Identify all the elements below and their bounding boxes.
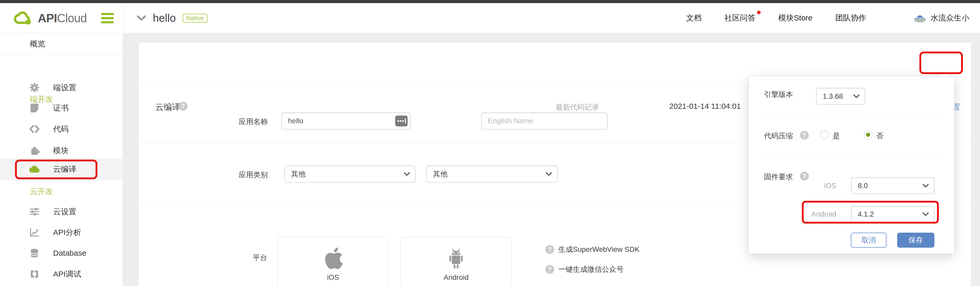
- sidebar-item-cloud-settings[interactable]: 云设置: [0, 201, 123, 222]
- chevron-down-icon: [923, 212, 929, 216]
- ios-version-label: iOS: [813, 181, 836, 190]
- chevron-down-icon: [546, 172, 552, 176]
- compress-no-label: 否: [876, 131, 883, 141]
- database-icon: [29, 248, 40, 259]
- compress-no-radio[interactable]: [864, 130, 872, 139]
- code-icon: [29, 124, 40, 135]
- chevron-down-icon: [853, 94, 859, 98]
- sidebar-item-code[interactable]: 代码: [0, 119, 123, 139]
- english-name-field: [481, 113, 608, 130]
- save-button[interactable]: 保存: [897, 233, 934, 248]
- nav-module-store[interactable]: 模块Store: [778, 13, 813, 23]
- chevron-down-icon: [137, 15, 146, 21]
- wechat-link[interactable]: 一键生成微信公众号: [546, 264, 624, 274]
- sliders-icon: [29, 206, 40, 217]
- android-version-label: Android: [803, 210, 836, 218]
- question-icon: [546, 265, 554, 274]
- ios-version-select[interactable]: 8.0: [851, 177, 934, 194]
- native-badge: Native: [183, 14, 207, 22]
- advanced-settings-popup: 引擎版本 1.3.68 代码压缩 是 否 固件要求 iOS 8.0 Androi…: [748, 76, 955, 254]
- latest-code-time: 2021-01-14 11:04:01: [669, 102, 741, 111]
- app-name-input[interactable]: [282, 113, 410, 129]
- app-header: APICloud hello Native 文档 社区问答 模块Store 团队…: [0, 3, 980, 33]
- hamburger-menu-icon[interactable]: [101, 11, 114, 25]
- category-select-1[interactable]: 其他: [284, 165, 416, 183]
- superwebview-link[interactable]: 生成SuperWebView SDK: [546, 245, 640, 254]
- platform-android-label: Android: [401, 273, 511, 281]
- question-icon[interactable]: [800, 172, 809, 181]
- sidebar-item-api-debug[interactable]: API调试: [0, 264, 123, 284]
- firmware-label: 固件要求: [764, 172, 793, 182]
- nav-docs[interactable]: 文档: [686, 13, 702, 23]
- sidebar-item-overview[interactable]: 概览: [0, 33, 123, 55]
- apicloud-console: APICloud hello Native 文档 社区问答 模块Store 团队…: [0, 0, 980, 286]
- latest-code-label: 最新代码记录: [555, 102, 599, 112]
- question-icon[interactable]: [800, 131, 809, 140]
- user-menu[interactable]: 水流众生小: [913, 12, 969, 24]
- sidebar: 概览 端开发 端设置 证书: [0, 33, 123, 286]
- android-version-select[interactable]: 4.1.2: [851, 206, 934, 222]
- compress-yes-radio[interactable]: [820, 130, 829, 139]
- nav-team[interactable]: 团队协作: [835, 13, 866, 23]
- engine-version-select[interactable]: 1.3.68: [816, 88, 865, 105]
- sidebar-item-cloud-compile[interactable]: 云编译: [0, 159, 123, 180]
- code-compression-label: 代码压缩: [764, 131, 793, 141]
- certificate-icon: [29, 103, 40, 113]
- platform-ios-label: iOS: [278, 273, 388, 281]
- chevron-down-icon: [404, 172, 410, 176]
- apple-icon: [278, 246, 388, 271]
- apicloud-cloud-logo-icon: [13, 11, 33, 25]
- chevron-down-icon: [923, 184, 929, 187]
- android-icon: [401, 246, 511, 271]
- sidebar-item-certificates[interactable]: 证书: [0, 98, 123, 118]
- brand-area: APICloud: [0, 3, 123, 33]
- platform-label: 平台: [253, 253, 267, 263]
- sidebar-item-database[interactable]: Database: [0, 243, 123, 264]
- sidebar-item-modules[interactable]: 模块: [0, 140, 123, 161]
- brackets-icon: [29, 269, 40, 280]
- platform-card-ios[interactable]: iOS: [277, 237, 389, 286]
- app-name-field: [281, 113, 411, 130]
- cancel-button[interactable]: 取消: [851, 233, 886, 248]
- notification-dot: [757, 11, 760, 14]
- brand-api: API: [38, 11, 57, 25]
- sidebar-item-client-settings[interactable]: 端设置: [0, 77, 123, 98]
- cloud-icon: [29, 164, 40, 175]
- os-title-bar: [0, 0, 980, 3]
- sidebar-divider: [0, 180, 123, 180]
- header-nav: 文档 社区问答 模块Store 团队协作 水流众生小: [686, 3, 969, 33]
- current-app-name: hello: [153, 12, 176, 24]
- english-name-input[interactable]: [482, 113, 607, 129]
- page-title: 云编译: [155, 102, 180, 113]
- sidebar-item-api-analytics[interactable]: API分析: [0, 222, 123, 243]
- ufo-avatar-icon: [913, 12, 927, 24]
- line-chart-icon: [29, 227, 40, 238]
- app-name-label: 应用名称: [239, 117, 268, 127]
- gear-icon: [29, 82, 40, 93]
- user-name: 水流众生小: [931, 13, 969, 23]
- category-select-2[interactable]: 其他: [426, 165, 558, 183]
- help-icon[interactable]: [179, 102, 188, 111]
- brand-cloud: Cloud: [57, 11, 87, 25]
- compress-yes-label: 是: [833, 131, 840, 141]
- platform-card-android[interactable]: Android: [400, 237, 512, 286]
- nav-community[interactable]: 社区问答: [724, 13, 756, 23]
- sidebar-section-cloud-dev: 云开发: [30, 186, 53, 197]
- question-icon: [546, 245, 554, 254]
- category-label: 应用类别: [239, 170, 268, 180]
- app-switcher[interactable]: hello Native: [137, 3, 207, 33]
- input-more-icon[interactable]: [395, 116, 408, 126]
- puzzle-icon: [29, 145, 40, 156]
- engine-version-label: 引擎版本: [764, 90, 793, 100]
- brand-wordmark: APICloud: [38, 11, 87, 25]
